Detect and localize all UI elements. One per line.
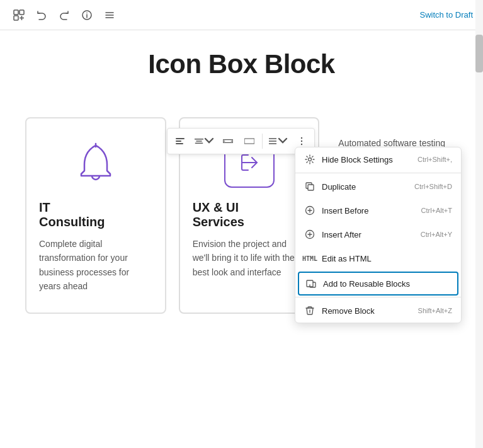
menu-label-remove-block: Remove Block xyxy=(322,306,375,316)
context-menu: Hide Block Settings Ctrl+Shift+, Duplica… xyxy=(295,147,462,323)
switch-to-draft-button[interactable]: Switch to Draft xyxy=(419,10,473,20)
shortcut-insert-before: Ctrl+Alt+T xyxy=(421,207,452,214)
redo-button[interactable] xyxy=(55,6,73,24)
svg-point-25 xyxy=(301,141,302,142)
menu-label-duplicate: Duplicate xyxy=(322,182,356,192)
svg-rect-14 xyxy=(195,139,203,140)
svg-rect-16 xyxy=(195,142,203,144)
full-width-button[interactable] xyxy=(239,131,259,151)
reusable-icon xyxy=(305,278,317,289)
block-2-heading: UX & UIServices xyxy=(193,200,306,229)
block-2-text: Envision the project and we'll bring it … xyxy=(193,237,306,279)
svg-rect-29 xyxy=(308,185,314,190)
toolbar-separator xyxy=(262,134,263,149)
svg-point-26 xyxy=(301,144,302,145)
top-toolbar: Switch to Draft xyxy=(0,0,483,30)
menu-item-insert-before-left: Insert Before xyxy=(304,205,368,216)
block-toolbar xyxy=(167,128,315,154)
menu-item-hide-block-settings[interactable]: Hide Block Settings Ctrl+Shift+, xyxy=(295,147,461,171)
gear-icon xyxy=(304,154,315,165)
block-1-heading: ITConsulting xyxy=(39,200,152,229)
svg-point-28 xyxy=(309,158,312,161)
undo-button[interactable] xyxy=(33,6,50,24)
alignment-dropdown-button[interactable] xyxy=(265,131,290,151)
main-content: Icon Box Block xyxy=(0,30,483,333)
menu-label-edit-as-html: Edit as HTML xyxy=(322,254,372,263)
bell-icon-wrap xyxy=(71,137,121,188)
menu-divider-2 xyxy=(295,297,461,297)
align-left-button[interactable] xyxy=(170,131,190,151)
info-button[interactable] xyxy=(78,6,96,24)
menu-item-add-to-reusable-blocks[interactable]: Add to Reusable Blocks xyxy=(298,272,458,296)
toolbar-left xyxy=(10,6,118,24)
svg-rect-20 xyxy=(244,139,254,144)
menu-item-add-reusable-left: Add to Reusable Blocks xyxy=(305,278,410,289)
shortcut-remove-block: Shift+Alt+Z xyxy=(418,307,452,314)
menu-label-insert-before: Insert Before xyxy=(322,206,368,215)
block-1-text: Complete digital transformation for your… xyxy=(39,237,152,294)
svg-point-7 xyxy=(86,12,88,13)
menu-divider-1 xyxy=(295,173,461,173)
menu-item-hide-block-settings-left: Hide Block Settings xyxy=(304,154,393,165)
insert-before-icon xyxy=(304,205,315,216)
insert-after-icon xyxy=(304,229,315,240)
copy-icon xyxy=(304,181,315,192)
svg-rect-1 xyxy=(20,10,24,14)
page-title: Icon Box Block xyxy=(25,49,458,79)
menu-item-edit-as-html[interactable]: HTML Edit as HTML xyxy=(295,246,461,270)
svg-rect-11 xyxy=(176,138,185,139)
svg-point-24 xyxy=(301,137,302,139)
menu-item-edit-as-html-left: HTML Edit as HTML xyxy=(304,253,372,264)
shortcut-duplicate: Ctrl+Shift+D xyxy=(414,183,452,190)
svg-rect-13 xyxy=(176,143,183,144)
menu-item-insert-after-left: Insert After xyxy=(304,229,361,240)
menu-item-remove-block-left: Remove Block xyxy=(304,305,375,316)
align-center-button[interactable] xyxy=(191,131,217,151)
svg-rect-2 xyxy=(14,16,18,20)
menu-item-insert-after[interactable]: Insert After Ctrl+Alt+Y xyxy=(295,222,461,246)
shortcut-hide-block-settings: Ctrl+Shift+, xyxy=(418,156,452,163)
block-it-consulting: ITConsulting Complete digital transforma… xyxy=(25,117,166,314)
list-view-button[interactable] xyxy=(101,6,118,24)
svg-rect-0 xyxy=(14,10,18,14)
wide-width-button[interactable] xyxy=(218,131,238,151)
svg-rect-12 xyxy=(176,141,181,142)
menu-label-add-to-reusable-blocks: Add to Reusable Blocks xyxy=(323,279,410,289)
html-icon: HTML xyxy=(304,253,315,264)
menu-item-remove-block[interactable]: Remove Block Shift+Alt+Z xyxy=(295,299,461,323)
menu-item-duplicate[interactable]: Duplicate Ctrl+Shift+D xyxy=(295,175,461,198)
menu-item-duplicate-left: Duplicate xyxy=(304,181,356,192)
menu-label-insert-after: Insert After xyxy=(322,230,361,239)
add-block-button[interactable] xyxy=(10,6,28,24)
svg-rect-15 xyxy=(196,141,202,142)
menu-item-insert-before[interactable]: Insert Before Ctrl+Alt+T xyxy=(295,198,461,222)
trash-icon xyxy=(304,305,315,316)
shortcut-insert-after: Ctrl+Alt+Y xyxy=(421,231,452,238)
menu-label-hide-block-settings: Hide Block Settings xyxy=(322,155,393,164)
